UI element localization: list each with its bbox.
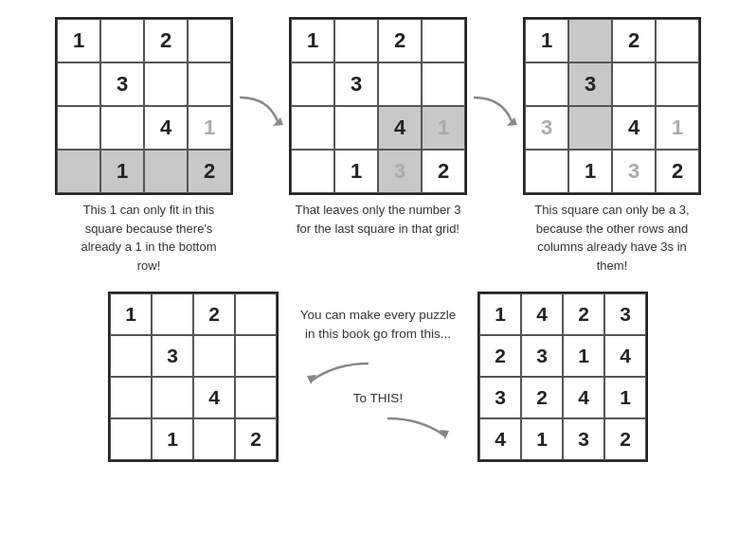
cell bbox=[188, 19, 231, 62]
cell: 3 bbox=[521, 335, 563, 377]
cell bbox=[568, 19, 612, 62]
cell: 4 bbox=[479, 418, 521, 460]
cell: 3 bbox=[563, 418, 604, 460]
svg-marker-1 bbox=[507, 117, 517, 126]
bottom-middle: You can make every puzzle in this book g… bbox=[279, 292, 477, 442]
bottom-grid-1: 123412 bbox=[108, 292, 279, 462]
cell: 1 bbox=[525, 19, 568, 62]
cell bbox=[235, 335, 277, 377]
cell bbox=[193, 335, 235, 377]
cell bbox=[144, 62, 188, 106]
cell: 2 bbox=[521, 377, 563, 418]
cell: 3 bbox=[152, 335, 193, 377]
cell: 4 bbox=[604, 335, 646, 377]
cell: 1 bbox=[563, 335, 604, 377]
arrow-2 bbox=[469, 17, 521, 131]
cell bbox=[291, 62, 334, 106]
bottom-grid-1-wrapper: 123412 bbox=[108, 292, 279, 462]
cell: 1 bbox=[188, 106, 231, 150]
cell: 1 bbox=[110, 293, 152, 335]
cell bbox=[193, 418, 235, 460]
main-container: 1234112 This 1 can only fit in this squa… bbox=[0, 0, 756, 550]
cell: 1 bbox=[57, 19, 100, 62]
cell: 4 bbox=[612, 106, 656, 150]
cell: 2 bbox=[656, 150, 699, 193]
cell bbox=[291, 106, 334, 150]
top-grid-1: 1234112 bbox=[55, 17, 233, 195]
cell: 1 bbox=[521, 418, 563, 460]
cell: 1 bbox=[656, 106, 699, 150]
cell: 3 bbox=[334, 62, 378, 106]
cell: 3 bbox=[100, 62, 144, 106]
cell bbox=[144, 150, 188, 193]
bottom-left-arrow bbox=[297, 354, 459, 387]
cell: 2 bbox=[604, 418, 646, 460]
cell: 3 bbox=[525, 106, 568, 150]
top-grid-2-wrapper: 12341132 That leaves only the number 3 f… bbox=[289, 17, 467, 238]
bottom-right-arrow bbox=[297, 409, 459, 442]
bottom-grid-2: 1423231432414132 bbox=[477, 292, 648, 462]
cell bbox=[422, 62, 465, 106]
cell: 3 bbox=[479, 377, 521, 418]
cell: 2 bbox=[235, 418, 277, 460]
cell bbox=[422, 19, 465, 62]
top-caption-3: This square can only be a 3, because the… bbox=[530, 201, 695, 275]
cell bbox=[100, 106, 144, 150]
cell bbox=[525, 62, 568, 106]
cell: 3 bbox=[568, 62, 612, 106]
cell: 1 bbox=[100, 150, 144, 193]
top-grid-2: 12341132 bbox=[289, 17, 467, 195]
cell bbox=[568, 106, 612, 150]
cell: 2 bbox=[479, 335, 521, 377]
top-grid-3: 123341132 bbox=[523, 17, 701, 195]
cell bbox=[188, 62, 231, 106]
cell bbox=[235, 377, 277, 418]
cell bbox=[100, 19, 144, 62]
cell: 1 bbox=[291, 19, 334, 62]
arrow-1 bbox=[235, 17, 287, 131]
cell: 1 bbox=[152, 418, 193, 460]
cell: 4 bbox=[193, 377, 235, 418]
cell: 2 bbox=[563, 293, 604, 335]
cell: 4 bbox=[378, 106, 422, 150]
cell bbox=[656, 19, 699, 62]
bottom-caption-top: You can make every puzzle in this book g… bbox=[297, 306, 459, 345]
cell: 2 bbox=[144, 19, 188, 62]
cell bbox=[57, 106, 100, 150]
cell bbox=[110, 418, 152, 460]
cell bbox=[334, 106, 378, 150]
cell bbox=[378, 62, 422, 106]
cell: 2 bbox=[612, 19, 656, 62]
cell: 4 bbox=[144, 106, 188, 150]
cell: 2 bbox=[193, 293, 235, 335]
cell: 4 bbox=[521, 293, 563, 335]
cell: 3 bbox=[612, 150, 656, 193]
cell: 3 bbox=[604, 293, 646, 335]
cell: 1 bbox=[422, 106, 465, 150]
cell bbox=[57, 62, 100, 106]
cell bbox=[235, 293, 277, 335]
cell: 1 bbox=[479, 293, 521, 335]
cell bbox=[57, 150, 100, 193]
cell bbox=[612, 62, 656, 106]
cell: 3 bbox=[378, 150, 422, 193]
top-grid-1-wrapper: 1234112 This 1 can only fit in this squa… bbox=[55, 17, 233, 275]
cell: 2 bbox=[378, 19, 422, 62]
cell: 2 bbox=[422, 150, 465, 193]
cell bbox=[110, 335, 152, 377]
cell bbox=[291, 150, 334, 193]
top-caption-2: That leaves only the number 3 for the la… bbox=[296, 201, 461, 238]
bottom-grid-2-wrapper: 1423231432414132 bbox=[477, 292, 648, 462]
top-grid-3-wrapper: 123341132 This square can only be a 3, b… bbox=[523, 17, 701, 275]
cell bbox=[152, 377, 193, 418]
cell bbox=[110, 377, 152, 418]
bottom-caption-bottom: To THIS! bbox=[353, 391, 403, 405]
cell: 1 bbox=[334, 150, 378, 193]
cell bbox=[525, 150, 568, 193]
cell bbox=[656, 62, 699, 106]
cell bbox=[152, 293, 193, 335]
cell: 4 bbox=[563, 377, 604, 418]
cell: 1 bbox=[568, 150, 612, 193]
top-caption-1: This 1 can only fit in this square becau… bbox=[76, 201, 223, 275]
cell: 1 bbox=[604, 377, 646, 418]
